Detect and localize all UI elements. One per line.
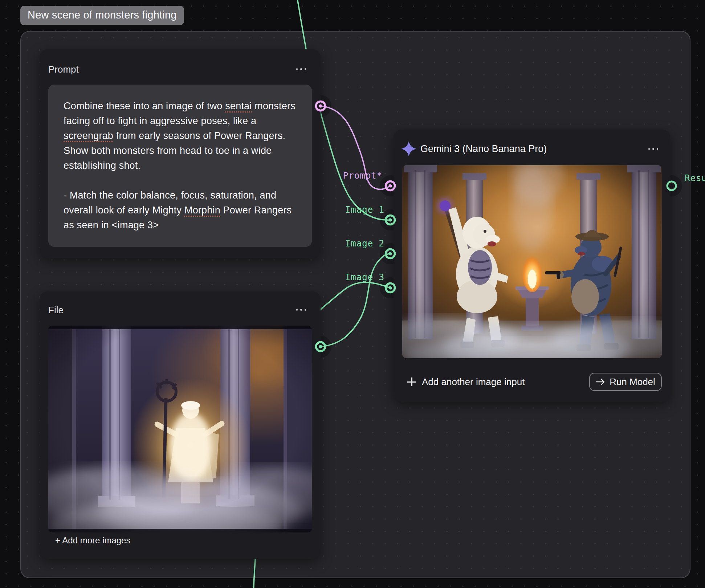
image3-input-port-label: Image 3 [345, 272, 384, 282]
gemini-node-menu-icon[interactable] [648, 148, 659, 150]
file-node[interactable]: File [40, 291, 321, 559]
file-node-title: File [48, 305, 64, 316]
prompt-input-port-label: Prompt* [343, 171, 382, 181]
run-model-button[interactable]: Run Model [589, 373, 662, 391]
gemini-model-node[interactable]: Gemini 3 (Nano Banana Pro) [394, 130, 671, 402]
model-footer: Add another image input Run Model [407, 373, 662, 391]
run-model-label: Run Model [610, 376, 655, 388]
add-image-input-label: Add another image input [422, 376, 525, 388]
wizard-scene-art [48, 326, 312, 532]
arrow-right-icon [596, 378, 605, 386]
prompt-node-menu-icon[interactable] [296, 68, 306, 70]
generated-result-image[interactable] [402, 165, 662, 358]
add-more-images-button[interactable]: + Add more images [55, 535, 130, 546]
prompt-node[interactable]: Prompt Combine these into an image of tw… [40, 49, 321, 258]
result-output-port-label: Result [685, 173, 705, 183]
misspelled-word: screengrab [64, 130, 113, 141]
misspelled-word: Morphin [184, 205, 220, 216]
gemini-node-title: Gemini 3 (Nano Banana Pro) [420, 143, 547, 155]
add-image-input-button[interactable]: Add another image input [407, 376, 525, 388]
prompt-node-title: Prompt [48, 64, 79, 75]
prompt-paragraph: - Match the color balance, focus, satura… [64, 188, 297, 233]
sparkle-icon [401, 141, 416, 156]
plus-icon [407, 377, 416, 386]
image1-input-port-label: Image 1 [345, 205, 384, 215]
prompt-paragraph: Combine these into an image of two senta… [64, 99, 297, 173]
image2-input-port-label: Image 2 [345, 238, 384, 249]
node-editor-canvas[interactable]: New scene of monsters fighting Prompt Co… [0, 0, 705, 588]
misspelled-word: sentai [225, 101, 252, 111]
group-label[interactable]: New scene of monsters fighting [20, 6, 184, 25]
prompt-text-input[interactable]: Combine these into an image of two senta… [48, 85, 312, 247]
file-input-image[interactable] [48, 326, 312, 532]
monsters-scene-art [402, 165, 662, 358]
file-node-menu-icon[interactable] [296, 309, 306, 311]
